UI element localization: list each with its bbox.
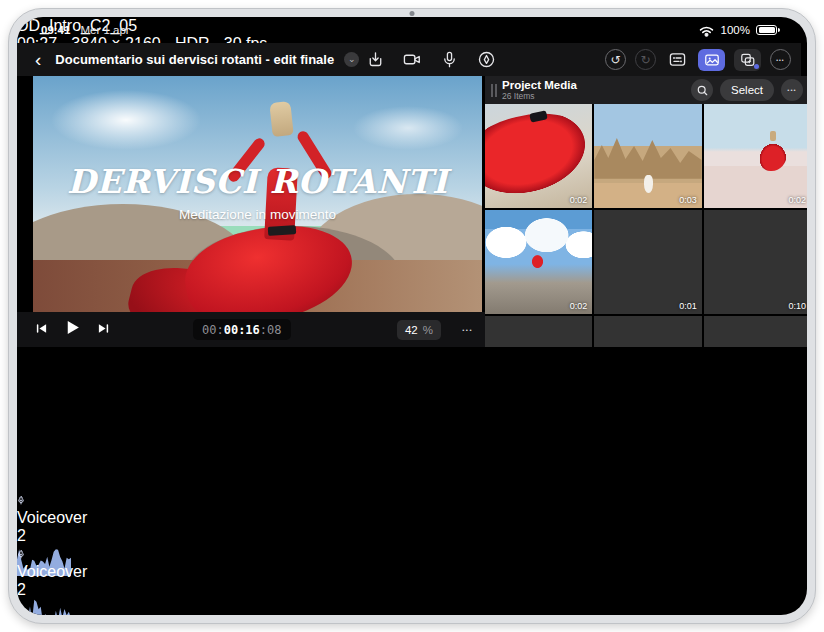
redo-button[interactable]: ↻ [635,49,656,70]
notification-dot [754,64,759,69]
play-button[interactable] [64,319,81,340]
media-thumbnail-reeds-dervish[interactable]: 0:10 [704,210,807,314]
clip-duration: 0:02 [570,301,588,311]
inspector-panel-icon[interactable] [665,49,689,71]
media-panel: 0:020:030:020:020:010:10 Project Media 2… [485,76,807,347]
previous-frame-button[interactable] [35,321,48,339]
cloud [51,90,201,150]
battery-icon [756,25,777,36]
camera-icon[interactable] [400,49,424,71]
media-thumbnail-sky-clouds[interactable] [704,316,807,347]
viewer-zoom-control[interactable]: 42% [397,320,441,340]
timeline-clip-voiceover-2[interactable]: Voiceover 2 [17,491,71,545]
mic-icon [17,545,25,562]
clip-label: Voiceover 2 [17,563,87,598]
viewer: DERVISCI ROTANTI Meditazione in moviment… [17,76,485,347]
media-thumbnail-dervish-swirl-closeup[interactable]: 0:02 [485,104,592,208]
media-thumbnail-red-jacket-walk[interactable] [485,316,592,347]
ipad-frame: 09:41 Mer 1 apr 100% ‹ Documentario sui … [8,8,816,624]
subtitle-overlay: Meditazione in movimento [33,207,482,222]
pencil-tool-icon[interactable] [474,49,498,71]
title-dropdown-button[interactable]: ⌄ [344,52,359,67]
search-button[interactable] [691,79,713,101]
next-frame-button[interactable] [97,321,110,339]
dervish-hat [269,101,293,137]
media-grid: 0:020:030:020:020:010:10 [485,104,807,347]
media-thumbnail-clouds-hill-dervish[interactable]: 0:02 [485,210,592,314]
media-thumbnail-spinning-dervish-badlands[interactable]: 0:01 [594,210,701,314]
mic-icon [17,599,25,615]
timecode-hours: 00: [202,323,224,337]
clip-duration: 0:02 [788,195,806,205]
more-button[interactable]: ••• [770,49,791,70]
media-thumbnail-felt-hat-profile[interactable] [594,316,701,347]
title-overlay: DERVISCI ROTANTI [33,162,482,201]
clip-duration: 0:10 [788,301,806,311]
media-thumbnail-rock-formations[interactable]: 0:03 [594,104,701,208]
media-browser-button[interactable] [698,49,725,71]
zoom-value: 42 [405,324,418,336]
effects-browser-button[interactable] [734,49,761,71]
timecode-frames: :08 [260,323,282,337]
project-title: Documentario sui dervisci rotanti - edit… [55,52,334,67]
back-button[interactable]: ‹ [31,50,45,69]
dervish-belt [268,225,297,236]
clip-duration: 0:02 [570,195,588,205]
microphone-icon[interactable] [437,49,461,71]
title-bar: ‹ Documentario sui dervisci rotanti - ed… [17,43,801,76]
media-more-button[interactable]: ••• [781,79,803,101]
undo-button[interactable]: ↺ [605,49,626,70]
zoom-unit: % [423,324,433,336]
screen: 09:41 Mer 1 apr 100% ‹ Documentario sui … [17,17,807,615]
clip-duration: 0:03 [679,195,697,205]
clock: 09:41 [41,24,70,36]
panel-drag-handle[interactable] [491,84,493,97]
media-select-button[interactable]: Select [720,79,774,101]
media-item-count: 26 Items [502,92,577,101]
status-bar: 09:41 Mer 1 apr 100% [17,17,801,43]
cloud [353,106,463,150]
transport-bar: 00:00:16:08 42% ••• [17,312,485,347]
front-camera [410,11,415,16]
battery-percent: 100% [721,24,750,36]
clip-label: Voiceover 2 [17,509,87,544]
date: Mer 1 apr [80,24,129,36]
import-icon[interactable] [363,49,387,71]
viewer-more-button[interactable]: ••• [462,320,473,340]
clip-duration: 0:01 [679,301,697,311]
mic-icon [17,491,25,508]
media-thumbnail-salt-flat-dervish[interactable]: 0:02 [704,104,807,208]
media-panel-header: Project Media 26 Items Select ••• [485,76,807,104]
timecode-main: 00:16 [224,323,260,337]
timecode-display[interactable]: 00:00:16:08 [193,319,291,340]
timeline-clip[interactable] [17,437,65,491]
wifi-icon [698,19,715,41]
video-canvas[interactable]: DERVISCI ROTANTI Meditazione in moviment… [33,76,482,312]
media-panel-title: Project Media [502,79,577,92]
